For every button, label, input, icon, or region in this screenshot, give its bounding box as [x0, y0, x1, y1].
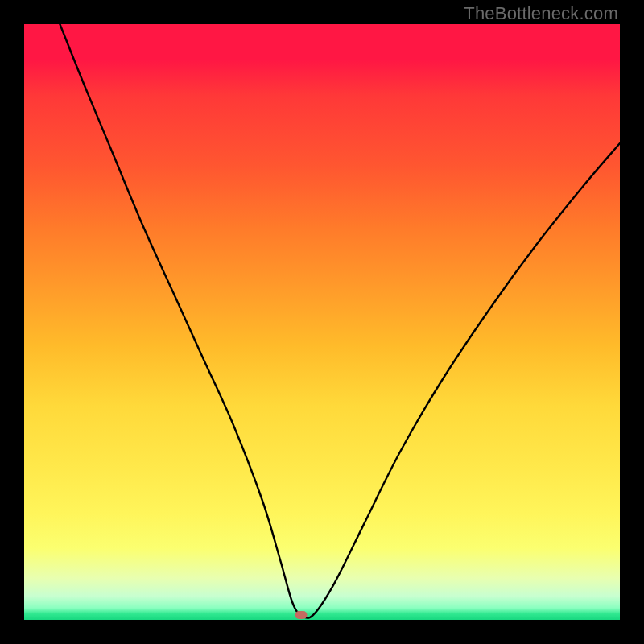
optimal-marker [295, 611, 308, 619]
bottleneck-curve [24, 24, 620, 620]
chart-frame: TheBottleneck.com [0, 0, 644, 644]
watermark-text: TheBottleneck.com [464, 3, 618, 24]
plot-area [24, 24, 620, 620]
